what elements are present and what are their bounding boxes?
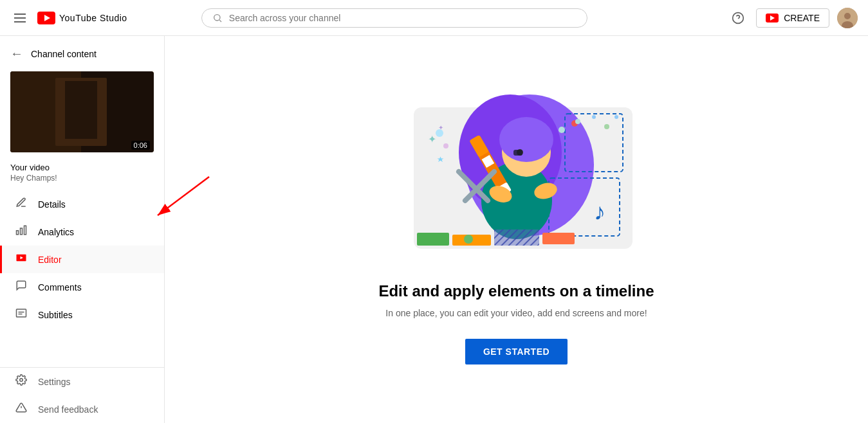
logo-area[interactable]: YouTube Studio [37, 12, 127, 24]
comments-icon [15, 280, 28, 294]
details-label: Details [38, 199, 66, 210]
svg-point-61 [559, 127, 565, 133]
help-button[interactable] [728, 8, 748, 28]
sidebar-item-subtitles[interactable]: Subtitles [0, 301, 164, 328]
svg-point-32 [592, 115, 596, 119]
svg-rect-14 [21, 228, 23, 235]
editor-label: Editor [38, 255, 62, 265]
get-started-button[interactable]: GET STARTED [465, 339, 568, 364]
svg-rect-54 [417, 233, 449, 246]
top-nav: YouTube Studio CREATE [0, 0, 868, 36]
video-duration: 0:06 [131, 141, 150, 150]
sidebar-item-settings[interactable]: Settings [0, 368, 164, 395]
settings-icon [15, 374, 28, 389]
hero-title: Edit and apply elements on a timeline [378, 282, 654, 300]
avatar[interactable] [837, 8, 858, 28]
avatar-image [837, 8, 858, 28]
settings-label: Settings [38, 377, 71, 387]
svg-point-31 [604, 124, 609, 129]
analytics-icon [15, 224, 28, 239]
analytics-label: Analytics [38, 227, 74, 237]
back-arrow-icon: ← [10, 46, 23, 61]
search-bar [201, 8, 587, 28]
search-icon [212, 13, 223, 23]
send-feedback-label: Send feedback [38, 404, 98, 415]
svg-text:✦: ✦ [428, 134, 436, 145]
svg-rect-39 [513, 150, 522, 156]
svg-text:✦: ✦ [438, 124, 443, 131]
nav-right: CREATE [728, 8, 858, 28]
svg-text:♪: ♪ [594, 199, 605, 225]
subtitles-icon [15, 307, 28, 322]
svg-point-62 [575, 119, 580, 124]
svg-rect-57 [494, 230, 539, 246]
studio-label: YouTube Studio [59, 13, 127, 23]
main-content: ♪ ✦ ✦ [165, 36, 868, 423]
sidebar-item-editor[interactable]: Editor [0, 246, 164, 273]
svg-point-7 [844, 13, 851, 19]
editor-icon [15, 252, 28, 267]
illustration-svg: ♪ ✦ ✦ [375, 94, 658, 262]
subtitles-label: Subtitles [38, 310, 73, 320]
sidebar-item-comments[interactable]: Comments [0, 273, 164, 301]
svg-point-37 [499, 117, 553, 162]
svg-point-2 [214, 14, 219, 20]
sidebar-bottom: Settings Send feedback [0, 367, 164, 423]
sidebar-nav: Details Analytics Editor C [0, 188, 164, 367]
svg-rect-12 [65, 81, 97, 139]
svg-rect-13 [24, 226, 26, 235]
svg-line-3 [219, 20, 221, 22]
feedback-icon [15, 402, 28, 417]
channel-content-label: Channel content [31, 49, 97, 59]
svg-point-21 [20, 379, 23, 382]
comments-label: Comments [38, 282, 82, 292]
nav-left: YouTube Studio [10, 10, 127, 26]
hero-illustration: ♪ ✦ ✦ [375, 94, 658, 262]
create-video-icon [766, 14, 779, 22]
main-layout: ← Channel content 0:06 Your video Hey Ch… [0, 36, 868, 423]
sidebar-item-analytics[interactable]: Analytics [0, 218, 164, 246]
help-icon [732, 12, 744, 24]
hero-subtitle: In one place, you can edit your video, a… [385, 308, 647, 318]
video-thumbnail[interactable]: 0:06 [10, 71, 154, 152]
video-info: Your video Hey Champs! [0, 158, 164, 188]
svg-point-50 [443, 143, 448, 148]
sidebar-header[interactable]: ← Channel content [0, 36, 164, 66]
video-title: Your video [10, 163, 154, 172]
sidebar: ← Channel content 0:06 Your video Hey Ch… [0, 36, 165, 423]
hamburger-icon[interactable] [10, 10, 30, 26]
create-button[interactable]: CREATE [756, 8, 829, 28]
svg-point-33 [614, 115, 618, 119]
youtube-logo-icon [37, 12, 55, 24]
sidebar-item-send-feedback[interactable]: Send feedback [0, 395, 164, 423]
sidebar-item-details[interactable]: Details [0, 190, 164, 218]
video-subtitle: Hey Champs! [10, 174, 154, 183]
svg-rect-18 [17, 309, 26, 317]
svg-rect-58 [542, 233, 575, 244]
svg-rect-15 [17, 231, 19, 235]
details-icon [15, 197, 28, 212]
search-input[interactable] [229, 13, 577, 23]
svg-point-60 [464, 235, 473, 244]
